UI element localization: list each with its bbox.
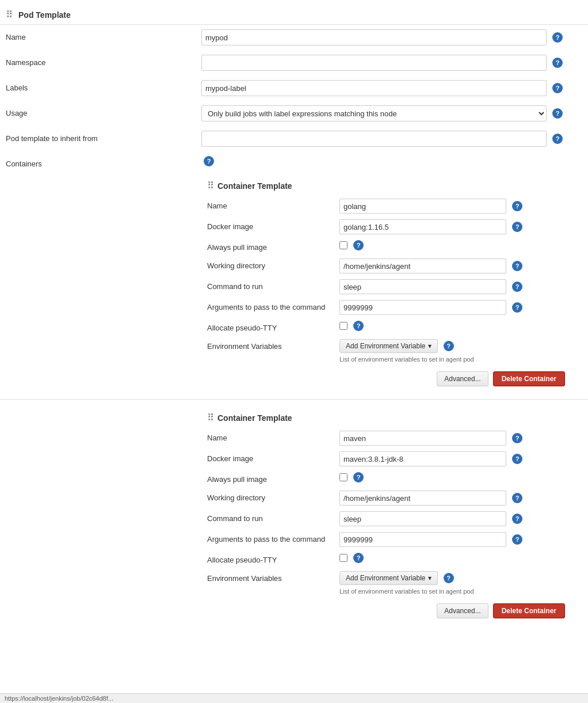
drag-handle-icon: ⠿ bbox=[6, 10, 15, 20]
ct1-cmd-help-icon[interactable]: ? bbox=[512, 282, 522, 292]
ct1-workdir-row: Working directory ? bbox=[207, 256, 582, 276]
ct1-workdir-input[interactable] bbox=[339, 259, 506, 273]
ct2-add-env-button[interactable]: Add Environment Variable ▾ bbox=[339, 571, 438, 585]
ct1-tty-label: Allocate pseudo-TTY bbox=[207, 321, 339, 332]
ct2-name-row: Name ? bbox=[207, 428, 582, 449]
container-1-drag-icon: ⠿ bbox=[207, 180, 214, 191]
ct2-cmd-control: ? bbox=[339, 511, 582, 526]
ct1-docker-help-icon[interactable]: ? bbox=[512, 222, 522, 232]
ct1-args-input[interactable] bbox=[339, 300, 506, 315]
inherit-input[interactable] bbox=[201, 131, 547, 147]
ct2-advanced-button[interactable]: Advanced... bbox=[437, 603, 488, 618]
ct1-pull-control: ? bbox=[339, 240, 582, 250]
ct1-docker-input[interactable] bbox=[339, 219, 506, 234]
containers-help-icon[interactable]: ? bbox=[204, 156, 214, 166]
ct1-name-label: Name bbox=[207, 199, 339, 210]
ct1-docker-label: Docker image bbox=[207, 219, 339, 231]
ct2-docker-control: ? bbox=[339, 451, 582, 466]
ct2-pull-checkbox[interactable] bbox=[339, 473, 348, 481]
ct1-args-help-icon[interactable]: ? bbox=[512, 302, 522, 313]
ct1-name-help-icon[interactable]: ? bbox=[512, 201, 522, 211]
ct2-args-label: Arguments to pass to the command bbox=[207, 532, 339, 544]
page-wrapper: ⠿ Pod Template Name ? Namespace ? Labels… bbox=[0, 6, 588, 703]
ct2-docker-label: Docker image bbox=[207, 451, 339, 463]
labels-input[interactable] bbox=[201, 80, 547, 96]
ct2-cmd-help-icon[interactable]: ? bbox=[512, 514, 522, 524]
ct2-docker-input[interactable] bbox=[339, 451, 506, 466]
ct2-workdir-input[interactable] bbox=[339, 491, 506, 506]
pod-template-form: Name ? Namespace ? Labels ? Usage bbox=[0, 25, 588, 636]
usage-label: Usage bbox=[6, 105, 201, 117]
ct2-name-help-icon[interactable]: ? bbox=[512, 433, 522, 443]
ct2-tty-help-icon[interactable]: ? bbox=[353, 553, 364, 563]
usage-select[interactable]: Only build jobs with label expressions m… bbox=[201, 105, 547, 121]
ct2-pull-row: Always pull image ? bbox=[207, 469, 582, 488]
container-template-2-title: Container Template bbox=[217, 413, 292, 423]
container-template-1-title: Container Template bbox=[217, 181, 292, 191]
ct1-name-row: Name ? bbox=[207, 196, 582, 216]
ct2-docker-row: Docker image ? bbox=[207, 449, 582, 469]
ct1-docker-control: ? bbox=[339, 219, 582, 234]
container-template-2: ⠿ Container Template Name ? Docker image… bbox=[207, 412, 582, 618]
ct2-cmd-input[interactable] bbox=[339, 511, 506, 526]
containers-control: ? bbox=[201, 156, 582, 166]
ct1-cmd-input[interactable] bbox=[339, 279, 506, 294]
ct1-workdir-help-icon[interactable]: ? bbox=[512, 261, 522, 271]
name-control: ? bbox=[201, 29, 582, 45]
ct2-args-help-icon[interactable]: ? bbox=[512, 534, 522, 545]
ct1-name-control: ? bbox=[339, 199, 582, 214]
name-help-icon[interactable]: ? bbox=[552, 32, 563, 43]
ct2-env-hint: List of environment variables to set in … bbox=[339, 588, 474, 595]
container-2-drag-icon: ⠿ bbox=[207, 412, 214, 423]
pod-template-header: ⠿ Pod Template bbox=[0, 6, 588, 25]
ct2-docker-help-icon[interactable]: ? bbox=[512, 454, 522, 464]
namespace-help-icon[interactable]: ? bbox=[552, 58, 563, 68]
ct2-workdir-control: ? bbox=[339, 491, 582, 506]
inherit-row: Pod template to inherit from ? bbox=[0, 126, 588, 151]
ct2-args-control: ? bbox=[339, 532, 582, 547]
usage-help-icon[interactable]: ? bbox=[552, 108, 563, 119]
ct2-workdir-row: Working directory ? bbox=[207, 488, 582, 508]
ct2-pull-help-icon[interactable]: ? bbox=[353, 472, 364, 482]
ct2-tty-row: Allocate pseudo-TTY ? bbox=[207, 550, 582, 568]
ct1-env-hint: List of environment variables to set in … bbox=[339, 356, 474, 363]
ct2-delete-button[interactable]: Delete Container bbox=[493, 603, 565, 618]
ct1-args-label: Arguments to pass to the command bbox=[207, 300, 339, 311]
ct2-workdir-help-icon[interactable]: ? bbox=[512, 493, 522, 503]
name-row: Name ? bbox=[0, 25, 588, 50]
name-label: Name bbox=[6, 29, 201, 41]
ct1-add-env-label: Add Environment Variable bbox=[346, 342, 426, 350]
ct1-env-help-icon[interactable]: ? bbox=[444, 341, 454, 351]
namespace-input[interactable] bbox=[201, 55, 547, 71]
ct2-env-help-icon[interactable]: ? bbox=[444, 573, 454, 583]
ct2-env-label: Environment Variables bbox=[207, 571, 339, 583]
ct1-tty-help-icon[interactable]: ? bbox=[353, 321, 364, 331]
ct1-advanced-button[interactable]: Advanced... bbox=[437, 371, 488, 386]
ct1-name-input[interactable] bbox=[339, 199, 506, 214]
labels-control: ? bbox=[201, 80, 582, 96]
namespace-control: ? bbox=[201, 55, 582, 71]
ct2-args-input[interactable] bbox=[339, 532, 506, 547]
pod-template-title: Pod Template bbox=[18, 10, 71, 20]
ct2-env-control: Add Environment Variable ▾ ? List of env… bbox=[339, 571, 582, 595]
name-input[interactable] bbox=[201, 29, 547, 45]
ct2-args-row: Arguments to pass to the command ? bbox=[207, 529, 582, 550]
ct1-delete-button[interactable]: Delete Container bbox=[493, 371, 565, 386]
ct1-pull-checkbox[interactable] bbox=[339, 241, 348, 249]
status-bar: https://localhost/jenkins/job/02c64d8f..… bbox=[0, 693, 588, 703]
ct1-workdir-control: ? bbox=[339, 259, 582, 273]
ct2-name-input[interactable] bbox=[339, 431, 506, 446]
ct1-pull-help-icon[interactable]: ? bbox=[353, 240, 364, 250]
ct1-workdir-label: Working directory bbox=[207, 259, 339, 270]
ct2-action-row: Advanced... Delete Container bbox=[207, 603, 582, 618]
ct1-pull-row: Always pull image ? bbox=[207, 237, 582, 256]
namespace-row: Namespace ? bbox=[0, 50, 588, 75]
labels-help-icon[interactable]: ? bbox=[552, 83, 563, 93]
inherit-help-icon[interactable]: ? bbox=[552, 134, 563, 144]
ct2-workdir-label: Working directory bbox=[207, 491, 339, 502]
ct2-tty-checkbox[interactable] bbox=[339, 554, 348, 562]
ct1-cmd-control: ? bbox=[339, 279, 582, 294]
ct1-add-env-button[interactable]: Add Environment Variable ▾ bbox=[339, 339, 438, 353]
ct1-tty-checkbox[interactable] bbox=[339, 322, 348, 330]
ct2-env-row: Environment Variables Add Environment Va… bbox=[207, 568, 582, 598]
